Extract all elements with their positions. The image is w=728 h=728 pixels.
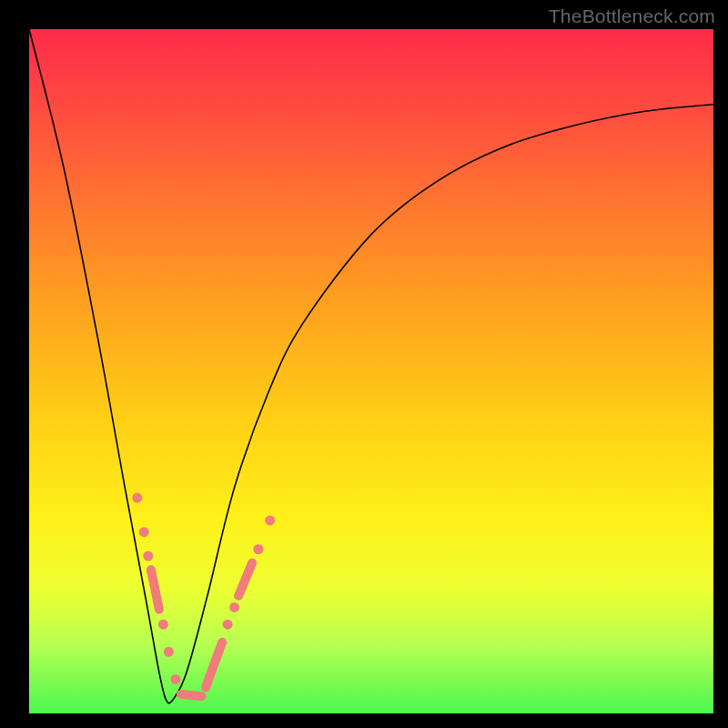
bead-pill: [151, 570, 159, 610]
bead-pill: [238, 563, 252, 596]
bead-pill: [181, 694, 202, 696]
bead: [229, 602, 239, 612]
plot-area: [29, 29, 713, 713]
bead: [143, 551, 153, 561]
bead: [170, 674, 180, 684]
bead-pill: [206, 642, 222, 688]
bead: [265, 515, 275, 525]
watermark-text: TheBottleneck.com: [549, 5, 715, 27]
bead: [132, 493, 142, 503]
bead: [158, 620, 168, 630]
bead: [223, 620, 233, 630]
bead: [164, 647, 174, 657]
chart-frame: TheBottleneck.com: [0, 0, 728, 728]
bead: [253, 544, 263, 554]
bead-cluster: [132, 493, 275, 697]
bottleneck-curve: [29, 29, 713, 703]
bead: [139, 527, 149, 537]
curve-svg: [29, 29, 713, 713]
